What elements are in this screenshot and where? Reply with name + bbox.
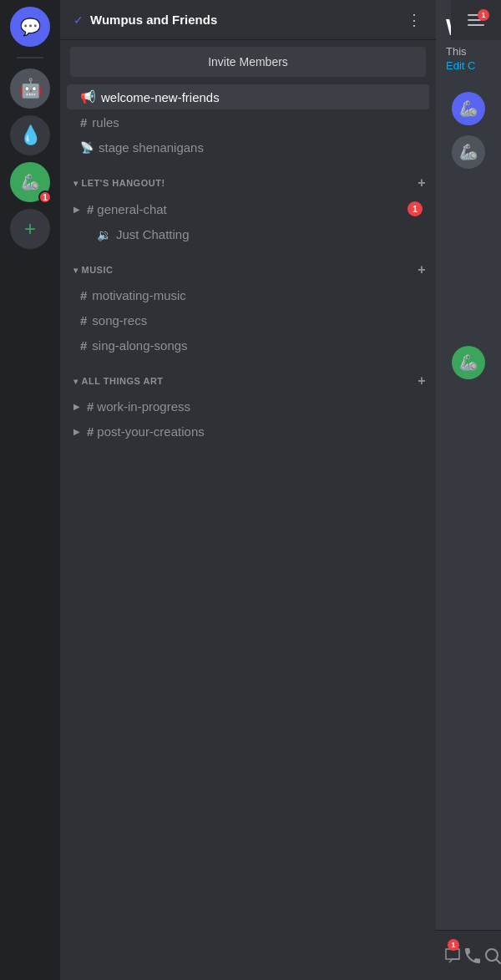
sidebar-item-server3[interactable]: 🦾 1 (10, 162, 50, 202)
category-arrow-icon: ▾ (73, 179, 78, 188)
nav-messages-badge: 1 (448, 939, 459, 951)
category-add-button[interactable]: + (414, 174, 429, 192)
channel-name: post-your-creations (97, 424, 423, 439)
channel-name: general-chat (97, 202, 404, 216)
channel-stage-shenanigans[interactable]: 📡 stage shenanigans (67, 135, 429, 160)
channel-expand-arrow: ▶ (73, 205, 84, 214)
server1-avatar: 🤖 (19, 78, 42, 99)
edit-c-link[interactable]: Edit C (446, 59, 491, 72)
channel-name: stage shenanigans (99, 140, 423, 155)
text-channel-icon: # (80, 115, 87, 129)
member-avatar[interactable]: 🦾 (452, 92, 485, 125)
category-lets-hangout[interactable]: ▾ LET'S HANGOUT! + (60, 160, 436, 195)
channel-work-in-progress[interactable]: ▶ # work-in-progress (67, 394, 429, 419)
add-server-button[interactable]: + (10, 209, 50, 249)
server-name: Wumpus and Friends (90, 13, 400, 27)
sidebar-item-home[interactable]: 💬 (10, 7, 50, 47)
channel-general-chat[interactable]: ▶ # general-chat 1 (67, 196, 429, 221)
server3-badge: 1 (38, 190, 52, 204)
hamburger-icon: 1 (468, 14, 484, 26)
unread-badge: 1 (407, 201, 423, 216)
bottom-avatar-area: 🦾 (452, 179, 485, 379)
channel-name: sing-along-songs (92, 338, 423, 353)
category-add-button[interactable]: + (414, 372, 429, 390)
text-channel-icon: # (80, 313, 87, 328)
sidebar-item-server1[interactable]: 🤖 (10, 69, 50, 109)
text-channel-icon: # (80, 288, 87, 302)
category-arrow-icon: ▾ (73, 377, 78, 386)
bottom-nav-bar: 1 (436, 930, 501, 980)
nav-item-call[interactable] (463, 936, 483, 976)
member-avatars-list: 🦾 🦾 🦾 (436, 79, 501, 393)
category-all-things-art[interactable]: ▾ ALL THINGS ART + (60, 358, 436, 394)
channel-name: work-in-progress (97, 399, 423, 414)
hamburger-badge: 1 (478, 9, 489, 21)
server3-avatar: 🦾 (21, 173, 39, 191)
server2-avatar: 💧 (19, 124, 42, 146)
messages-home-icon: 💬 (20, 17, 41, 37)
channel-name: motivating-music (92, 288, 423, 302)
server-divider (17, 57, 43, 58)
hamburger-menu[interactable]: 1 (451, 0, 501, 40)
channel-post-your-creations[interactable]: ▶ # post-your-creations (67, 419, 429, 444)
channel-welcome-new-friends[interactable]: 📢 welcome-new-friends (67, 84, 429, 109)
category-arrow-icon: ▾ (73, 266, 78, 275)
text-channel-icon: # (80, 338, 87, 353)
channel-expand-arrow: ▶ (73, 402, 84, 411)
channel-name: song-recs (92, 313, 423, 328)
announcement-icon: 📢 (80, 89, 96, 104)
right-panel: 1 We This Edit C 🦾 🦾 🦾 1 (436, 0, 501, 980)
channel-sing-along-songs[interactable]: # sing-along-songs (67, 333, 429, 358)
category-label: LET'S HANGOUT! (82, 178, 415, 188)
text-channel-icon: # (87, 399, 94, 414)
nav-item-messages[interactable]: 1 (443, 936, 463, 976)
category-music[interactable]: ▾ MUSIC + (60, 247, 436, 282)
voice-channel-icon: 🔉 (97, 228, 111, 241)
search-icon (483, 946, 501, 966)
channel-sidebar: ✓ Wumpus and Friends ⋮ Invite Members 📢 … (60, 0, 436, 980)
channels-list: 📢 welcome-new-friends # rules 📡 stage sh… (60, 84, 436, 980)
phone-icon (463, 946, 483, 966)
member-avatar[interactable]: 🦾 (452, 135, 485, 169)
server-header: ✓ Wumpus and Friends ⋮ (60, 0, 436, 40)
category-label: MUSIC (82, 265, 415, 275)
plus-icon: + (24, 217, 36, 241)
stage-icon: 📡 (80, 141, 94, 154)
channel-name: rules (92, 115, 423, 129)
channel-rules[interactable]: # rules (67, 110, 429, 135)
text-channel-icon: # (87, 202, 94, 216)
this-text: This (446, 45, 491, 58)
channel-just-chatting[interactable]: 🔉 Just Chatting (67, 222, 429, 246)
channel-expand-arrow: ▶ (73, 427, 84, 436)
verified-icon: ✓ (73, 13, 84, 27)
server-sidebar: 💬 🤖 💧 🦾 1 + (0, 0, 60, 980)
channel-song-recs[interactable]: # song-recs (67, 308, 429, 333)
channel-motivating-music[interactable]: # motivating-music (67, 283, 429, 307)
member-avatar[interactable]: 🦾 (452, 346, 485, 379)
category-label: ALL THINGS ART (82, 376, 415, 386)
sidebar-item-server2[interactable]: 💧 (10, 115, 50, 155)
channel-name: Just Chatting (116, 227, 423, 241)
category-add-button[interactable]: + (414, 261, 429, 279)
nav-item-search[interactable] (483, 936, 501, 976)
text-channel-icon: # (87, 424, 94, 439)
invite-members-button[interactable]: Invite Members (70, 47, 426, 77)
channel-name: welcome-new-friends (101, 90, 423, 104)
server-more-button[interactable]: ⋮ (407, 11, 423, 29)
